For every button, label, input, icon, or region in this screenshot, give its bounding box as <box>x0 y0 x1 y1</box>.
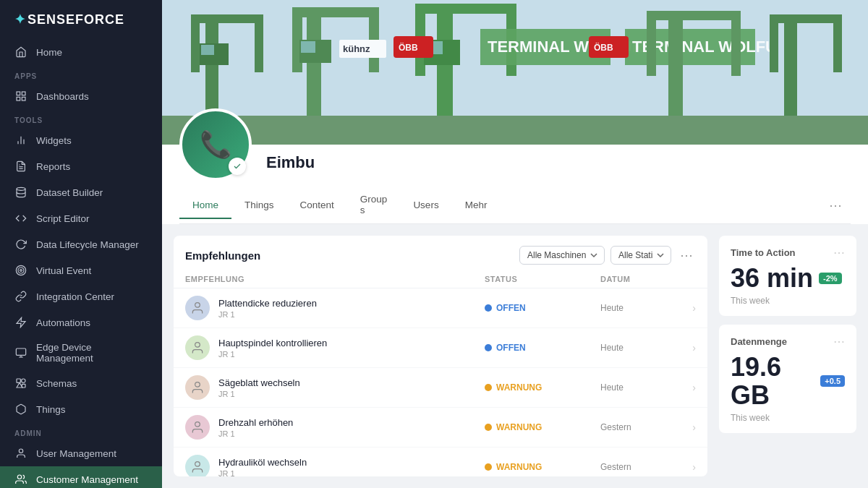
svg-point-12 <box>20 270 22 272</box>
users-icon <box>14 473 27 486</box>
sidebar-item-customer-label: Customer Management <box>36 474 138 485</box>
sidebar-item-virtual-event[interactable]: Virtual Event <box>0 257 162 283</box>
tab-users[interactable]: Users <box>400 192 451 219</box>
status-dot <box>485 424 492 431</box>
avatar-badge <box>229 158 246 175</box>
sidebar-item-schemas[interactable]: Schemas <box>0 370 162 396</box>
tab-more-button[interactable]: ⋯ <box>820 192 851 219</box>
svg-point-63 <box>195 343 200 348</box>
avatar-icon: 📞 <box>200 129 232 160</box>
table-header: EMPFEHLUNG STATUS DATUM <box>174 270 707 288</box>
sidebar-item-dataset-builder[interactable]: Dataset Builder <box>0 179 162 205</box>
table-row[interactable]: Plattendicke reduzieren JR 1 OFFEN Heute… <box>174 288 707 328</box>
status-dot <box>485 344 492 351</box>
monitor-icon <box>14 346 27 359</box>
stat-sub-tta: This week <box>731 296 845 306</box>
row-datum: Heute <box>600 343 673 353</box>
content-area: Empfehlungen Alle Maschinen Alle Stati ⋯… <box>162 224 868 488</box>
row-chevron: › <box>673 342 696 354</box>
table-row[interactable]: Hydrauliköl wechseln JR 1 WARNUNG Gester… <box>174 448 707 476</box>
sidebar-item-automations[interactable]: Automations <box>0 309 162 335</box>
bar-chart-icon <box>14 134 27 147</box>
col-datum-header: DATUM <box>600 275 673 283</box>
status-label: WARNUNG <box>496 422 542 432</box>
sidebar-item-script-editor[interactable]: Script Editor <box>0 205 162 231</box>
tab-content[interactable]: Content <box>287 192 347 219</box>
sidebar-item-home-label: Home <box>36 47 62 58</box>
row-datum: Gestern <box>600 462 673 472</box>
sidebar-item-script-label: Script Editor <box>36 213 90 224</box>
row-avatar <box>185 375 210 400</box>
svg-rect-61 <box>162 0 868 145</box>
svg-point-21 <box>19 449 22 453</box>
row-sub: JR 1 <box>218 469 485 477</box>
row-sub: JR 1 <box>218 350 485 359</box>
stat-menu-dm[interactable]: ⋯ <box>833 335 845 348</box>
row-title: Sägeblatt wechseln <box>218 377 485 388</box>
sidebar-item-schemas-label: Schemas <box>36 378 77 389</box>
logo-text: ✦SENSEFORCE <box>14 12 124 27</box>
datenmenge-card: Datenmenge ⋯ 19.6 GB +0.5 This week <box>719 325 856 433</box>
sidebar-item-reports-label: Reports <box>36 161 70 172</box>
sidebar-item-edge-device[interactable]: Edge Device Management <box>0 335 162 370</box>
shapes-icon <box>14 377 27 390</box>
sidebar-item-dashboards-label: Dashboards <box>36 91 89 102</box>
stat-sub-dm: This week <box>731 413 845 423</box>
row-avatar <box>185 455 210 476</box>
grid-icon <box>14 90 27 103</box>
table-row[interactable]: Drehzahl erhöhen JR 1 WARNUNG Gestern › <box>174 408 707 448</box>
row-sub: JR 1 <box>218 390 485 398</box>
filter-stati[interactable]: Alle Stati <box>610 246 671 265</box>
stat-card-header-tta: Time to Action ⋯ <box>731 246 845 260</box>
svg-rect-0 <box>17 92 20 95</box>
sidebar-item-dashboards[interactable]: Dashboards <box>0 83 162 109</box>
row-avatar <box>185 415 210 440</box>
sidebar-section-admin: ADMIN <box>0 422 162 440</box>
stat-title-dm: Datenmenge <box>731 336 787 347</box>
row-status: OFFEN <box>485 303 600 313</box>
right-panels: Time to Action ⋯ 36 min -2% This week Da… <box>719 236 856 476</box>
panel-menu-button[interactable]: ⋯ <box>677 249 696 262</box>
row-info: Hydrauliköl wechseln JR 1 <box>218 457 485 477</box>
svg-point-65 <box>195 422 200 427</box>
tab-home[interactable]: Home <box>179 192 231 219</box>
box-icon <box>14 403 27 416</box>
database-icon <box>14 186 27 199</box>
sidebar-item-reports[interactable]: Reports <box>0 153 162 179</box>
row-chevron: › <box>673 382 696 393</box>
sidebar-item-widgets[interactable]: Widgets <box>0 127 162 153</box>
user-icon <box>14 447 27 460</box>
filter-maschinen[interactable]: Alle Maschinen <box>519 246 605 265</box>
sidebar-item-dataset-label: Dataset Builder <box>36 187 103 198</box>
col-status-header: STATUS <box>485 275 600 283</box>
sidebar-item-integration-center[interactable]: Integration Center <box>0 283 162 309</box>
sidebar-item-things[interactable]: Things <box>0 396 162 422</box>
sidebar-section-tools: TOOLS <box>0 109 162 127</box>
stat-title-tta: Time to Action <box>731 247 796 258</box>
table-row[interactable]: Hauptspindel kontrollieren JR 1 OFFEN He… <box>174 328 707 368</box>
table-row[interactable]: Sägeblatt wechseln JR 1 WARNUNG Heute › <box>174 368 707 408</box>
row-info: Sägeblatt wechseln JR 1 <box>218 377 485 398</box>
tab-things[interactable]: Things <box>231 192 287 219</box>
sidebar-item-user-management[interactable]: User Management <box>0 440 162 466</box>
col-empfehlung-header: EMPFEHLUNG <box>185 275 485 283</box>
row-chevron: › <box>673 421 696 433</box>
sidebar-item-home[interactable]: Home <box>0 39 162 65</box>
status-dot <box>485 384 492 391</box>
sidebar-section-apps: APPS <box>0 65 162 83</box>
tab-mehr[interactable]: Mehr <box>452 192 501 219</box>
avatar: 📞 <box>179 108 252 181</box>
sidebar-item-customer-management[interactable]: Customer Management <box>0 466 162 488</box>
row-title: Drehzahl erhöhen <box>218 417 485 428</box>
row-status: OFFEN <box>485 343 600 353</box>
stat-menu-tta[interactable]: ⋯ <box>833 246 845 260</box>
tab-group[interactable]: Group s <box>347 187 401 224</box>
stat-number-dm: 19.6 GB <box>731 353 814 410</box>
sidebar-item-widgets-label: Widgets <box>36 135 72 146</box>
stat-number-tta: 36 min <box>731 264 813 293</box>
refresh-icon <box>14 238 27 251</box>
svg-rect-14 <box>16 348 25 355</box>
sidebar-item-user-label: User Management <box>36 448 116 459</box>
sidebar-item-data-lifecycle[interactable]: Data Lifecycle Manager <box>0 231 162 257</box>
status-label: WARNUNG <box>496 462 542 472</box>
